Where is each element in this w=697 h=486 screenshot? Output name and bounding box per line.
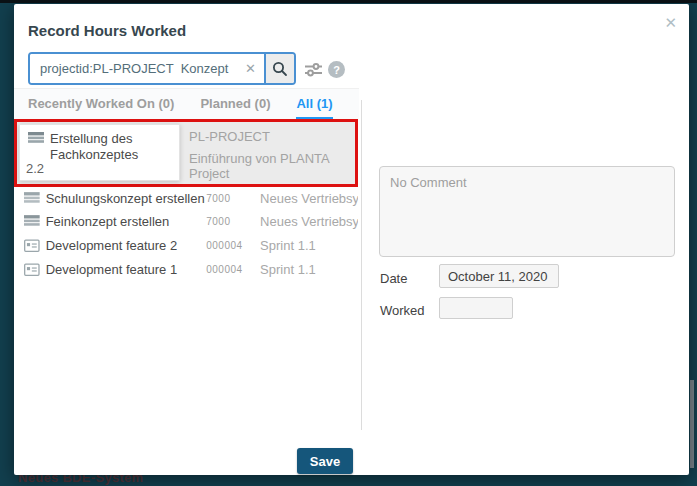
page-backdrop: Neues BDE-System ✕ Record Hours Worked ✕ (0, 0, 697, 486)
result-row[interactable]: Development feature 2 000004 Sprint 1.1 (14, 234, 358, 257)
top-strip (0, 0, 697, 3)
task-name: Schulungskonzept erstellen (46, 191, 207, 206)
task-project: Neues Vertriebsy... (260, 191, 358, 206)
background-scrollbar[interactable] (690, 380, 694, 468)
save-button[interactable]: Save (297, 448, 353, 474)
close-icon[interactable]: ✕ (664, 14, 677, 32)
selected-project-id: PL-PROJECT (189, 129, 270, 144)
record-hours-dialog: ✕ Record Hours Worked ✕ ? Rece (14, 4, 689, 475)
card-icon (24, 263, 40, 277)
worked-label: Worked (380, 303, 425, 318)
comment-textarea[interactable] (379, 166, 675, 257)
search-input[interactable] (30, 54, 237, 83)
task-name: Development feature 2 (46, 238, 207, 253)
dialog-title: Record Hours Worked (28, 22, 186, 39)
tab-all[interactable]: All (1) (296, 89, 332, 119)
date-input[interactable] (439, 264, 559, 288)
result-row[interactable]: Feinkonzept erstellen 7000 Neues Vertrie… (14, 210, 358, 233)
search-group: ✕ (28, 52, 296, 85)
clear-search-icon[interactable]: ✕ (237, 54, 264, 83)
annotation-highlight-box: Erstellung des Fachkonzeptes 2.2 PL-PROJ… (14, 119, 358, 187)
panel-divider (361, 100, 362, 430)
result-row[interactable]: Schulungskonzept erstellen 7000 Neues Ve… (14, 187, 358, 210)
selected-result-row[interactable]: Erstellung des Fachkonzeptes 2.2 PL-PROJ… (17, 122, 355, 184)
task-code: 7000 (206, 193, 260, 204)
task-code: 000004 (206, 240, 260, 251)
search-icon (272, 61, 288, 77)
table-icon (28, 131, 44, 146)
selected-task-code: 2.2 (26, 161, 44, 176)
task-project: Neues Vertriebsy... (260, 214, 358, 229)
selected-task-name: Erstellung des Fachkonzeptes (50, 131, 160, 164)
tab-planned[interactable]: Planned (0) (200, 89, 270, 119)
table-icon (24, 214, 40, 229)
help-icon[interactable]: ? (328, 61, 345, 78)
task-hover-card: Erstellung des Fachkonzeptes 2.2 (19, 124, 180, 181)
task-project: Sprint 1.1 (260, 262, 358, 277)
search-button[interactable] (264, 54, 294, 83)
filter-sliders-icon[interactable] (303, 59, 324, 84)
task-project: Sprint 1.1 (260, 238, 358, 253)
result-row[interactable]: Development feature 1 000004 Sprint 1.1 (14, 258, 358, 281)
worked-input[interactable] (439, 297, 513, 319)
results-tabbar: Recently Worked On (0) Planned (0) All (… (14, 88, 359, 119)
selected-project-name: Einführung von PLANTA Project (189, 151, 355, 181)
task-name: Feinkonzept erstellen (46, 214, 207, 229)
task-code: 000004 (206, 264, 260, 275)
tab-recently-worked-on[interactable]: Recently Worked On (0) (28, 89, 174, 119)
table-icon (24, 191, 40, 206)
date-label: Date (380, 271, 407, 286)
card-icon (24, 239, 40, 253)
task-name: Development feature 1 (46, 262, 207, 277)
task-code: 7000 (206, 216, 260, 227)
